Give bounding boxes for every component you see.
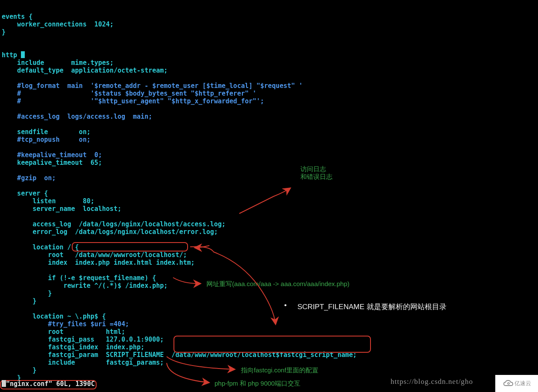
code-line: events { bbox=[2, 13, 32, 20]
code-line: rewrite ^/(.*)$ /index.php; bbox=[2, 282, 168, 290]
code-line: root html; bbox=[2, 328, 125, 336]
code-line: location ~ \.php$ { bbox=[2, 313, 106, 320]
annotation-script-filename: SCRIPT_FILENAME 就是要解析的网站根目录 bbox=[297, 303, 447, 311]
code-line: } bbox=[2, 290, 52, 297]
code-line: #tcp_nopush on; bbox=[2, 136, 91, 143]
highlight-root-path bbox=[72, 242, 188, 252]
cloud-icon bbox=[503, 379, 514, 388]
code-line: include mime.types; bbox=[2, 59, 114, 67]
annotation-access-log-2: 和错误日志 bbox=[300, 173, 332, 181]
code-line: #gzip on; bbox=[2, 174, 56, 182]
annotation-phpfpm: php-fpm 和 php 9000端口交互 bbox=[215, 380, 300, 387]
code-line: listen 80; bbox=[2, 197, 94, 205]
nginx-config-code: events { worker_connections 1024; } http… bbox=[2, 5, 357, 382]
annotation-rewrite: 网址重写(aaa.com/aaa -> aaa.com/aaa/index.ph… bbox=[206, 280, 350, 288]
code-line: access_log /data/logs/nginx/localhost/ac… bbox=[2, 220, 226, 228]
code-line: worker_connections 1024; bbox=[2, 20, 114, 28]
code-line: error_log /data/logs/nginx/localhost/err… bbox=[2, 228, 218, 236]
code-line: } bbox=[2, 28, 6, 36]
cursor bbox=[21, 51, 25, 58]
watermark: 亿速云 bbox=[495, 375, 538, 392]
code-line: include fastcgi_params; bbox=[2, 359, 164, 366]
code-line: root /data/www/wwwroot/localhost/; bbox=[2, 251, 187, 259]
svg-point-0 bbox=[508, 383, 509, 384]
bullet-icon: • bbox=[284, 301, 287, 309]
code-line: } bbox=[2, 297, 36, 305]
watermark-text: 亿速云 bbox=[514, 380, 531, 387]
code-line: server { bbox=[2, 190, 48, 197]
annotation-fastcgi-conf: 指向fastcgi.conf里面的配置 bbox=[241, 366, 318, 374]
annotation-access-log-1: 访问日志 bbox=[300, 165, 326, 173]
code-line: #access_log logs/access.log main; bbox=[2, 113, 152, 120]
source-url: https://blog.csdn.net/gho bbox=[391, 378, 473, 386]
code-line: location / { bbox=[2, 243, 79, 251]
code-line: # '$status $body_bytes_sent "$http_refer… bbox=[2, 90, 256, 97]
code-line: #keepalive_timeout 0; bbox=[2, 151, 102, 159]
highlight-script-filename bbox=[173, 336, 371, 353]
vim-status-line: "nginx.conf" 60L, 1390C bbox=[2, 380, 95, 388]
code-line: sendfile on; bbox=[2, 128, 91, 136]
code-line: #log_format main '$remote_addr - $remote… bbox=[2, 82, 303, 90]
code-line: server_name localhost; bbox=[2, 205, 121, 213]
code-line: index index.php index.html index.htm; bbox=[2, 259, 195, 266]
code-line: } bbox=[2, 366, 36, 374]
code-line: keepalive_timeout 65; bbox=[2, 159, 102, 167]
code-line: fastcgi_index index.php; bbox=[2, 343, 144, 351]
code-line: #try_files $uri =404; bbox=[2, 320, 129, 328]
code-line: if (!-e $request_filename) { bbox=[2, 274, 156, 282]
code-line: fastcgi_pass 127.0.0.1:9000; bbox=[2, 336, 164, 343]
code-line: http bbox=[2, 51, 25, 59]
code-line: default_type application/octet-stream; bbox=[2, 67, 168, 74]
code-line: # '"$http_user_agent" "$http_x_forwarded… bbox=[2, 97, 264, 105]
